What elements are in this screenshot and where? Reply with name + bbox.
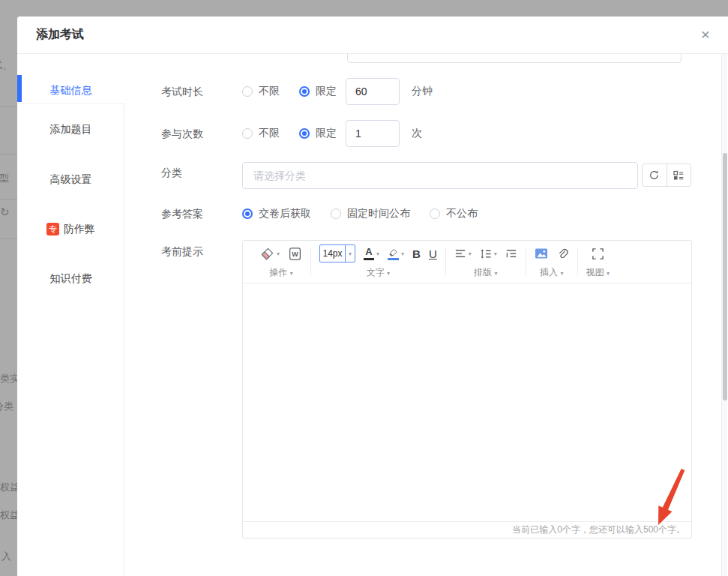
align-icon <box>454 248 466 259</box>
manage-category-button[interactable] <box>667 164 691 186</box>
duration-unlimited-radio[interactable] <box>242 86 253 97</box>
category-select[interactable] <box>242 162 638 189</box>
indent-button[interactable] <box>505 248 517 259</box>
answer-controls: 交卷后获取 固定时间公布 不公布 <box>242 206 478 221</box>
modal-header: 添加考试 × <box>17 16 728 54</box>
toolbar-layout-label[interactable]: 排版 ▾ <box>474 266 497 279</box>
sidebar-item-basic-info[interactable]: 基础信息 <box>17 82 124 98</box>
duration-controls: 不限 限定 分钟 <box>242 78 433 105</box>
editor-toolbar: ▾ W 操作 ▾ <box>243 241 691 284</box>
chevron-down-icon: ▾ <box>560 270 563 277</box>
answer-fixed-time-radio[interactable] <box>331 208 341 219</box>
word-doc-icon: W <box>288 247 302 261</box>
premium-badge: 专 <box>46 223 59 236</box>
sidebar-item-advanced-settings[interactable]: 高级设置 <box>17 172 124 187</box>
toolbar-group-view: 视图 ▾ <box>578 241 618 283</box>
background-text-fragment: 类型 <box>0 172 9 185</box>
background-divider <box>0 199 17 200</box>
link-icon <box>556 248 569 260</box>
answer-label: 参考答案 <box>161 206 203 221</box>
category-label: 分类 <box>161 165 182 180</box>
tips-label: 考前提示 <box>161 244 203 259</box>
modal-title: 添加考试 <box>36 27 84 43</box>
answer-after-submit-label[interactable]: 交卷后获取 <box>259 207 311 220</box>
chevron-down-icon: ▾ <box>469 250 472 257</box>
sidebar-item-add-questions[interactable]: 添加题目 <box>17 122 124 136</box>
chevron-down-icon: ▾ <box>494 250 497 257</box>
category-button-group <box>642 164 691 187</box>
modal-sidebar: 基础信息 添加题目 高级设置 专 防作弊 知识付费 <box>17 54 124 576</box>
toolbar-group-insert: 插入 ▾ <box>526 241 577 283</box>
chevron-down-icon: ▾ <box>401 250 404 257</box>
refresh-category-button[interactable] <box>643 164 667 186</box>
attempts-controls: 不限 限定 次 <box>242 120 422 147</box>
toolbar-view-label[interactable]: 视图 ▾ <box>586 266 610 279</box>
scrollbar-thumb[interactable] <box>723 153 727 400</box>
answer-after-submit-radio[interactable] <box>242 208 253 219</box>
background-divider <box>0 106 17 107</box>
fullscreen-button[interactable] <box>592 248 604 260</box>
clear-format-button[interactable]: ▾ <box>260 247 280 261</box>
attempts-unlimited-label[interactable]: 不限 <box>259 127 280 140</box>
line-height-button[interactable]: ▾ <box>480 248 497 260</box>
attempts-limited-label[interactable]: 限定 <box>316 127 337 140</box>
insert-image-button[interactable] <box>535 248 548 260</box>
background-text-fragment: 分类 <box>0 400 13 413</box>
sidebar-item-paid-knowledge[interactable]: 知识付费 <box>17 271 124 286</box>
attempts-value-input[interactable] <box>346 120 400 147</box>
highlight-color-button[interactable]: ▾ <box>388 248 404 260</box>
font-size-value: 14px <box>320 245 345 262</box>
attempts-unit: 次 <box>412 127 422 140</box>
image-icon <box>535 248 548 260</box>
font-color-button[interactable]: A ▾ <box>364 248 379 260</box>
font-size-select[interactable]: 14px ▾ <box>319 244 355 262</box>
attempts-unlimited-radio[interactable] <box>242 128 253 139</box>
duration-unlimited-label[interactable]: 不限 <box>259 85 280 98</box>
chevron-down-icon: ▾ <box>376 250 379 257</box>
editor-char-count: 当前已输入0个字，您还可以输入500个字。 <box>243 521 691 538</box>
toolbar-insert-label[interactable]: 插入 ▾ <box>540 266 563 279</box>
toolbar-group-layout: ▾ ▾ <box>446 241 526 283</box>
duration-limited-radio[interactable] <box>299 86 310 97</box>
chevron-down-icon: ▾ <box>349 250 352 257</box>
modal-scrollbar[interactable] <box>721 54 727 576</box>
line-height-icon <box>480 248 492 260</box>
sidebar-item-anti-cheating[interactable]: 专 防作弊 <box>17 221 124 236</box>
duration-value-input[interactable] <box>346 78 400 105</box>
chevron-down-icon: ▾ <box>290 270 293 277</box>
answer-not-public-label[interactable]: 不公布 <box>446 207 478 220</box>
rich-text-editor: ▾ W 操作 ▾ <box>242 240 692 538</box>
fullscreen-icon <box>592 248 604 260</box>
duration-limited-label[interactable]: 限定 <box>316 85 337 98</box>
chevron-down-icon: ▾ <box>607 270 610 277</box>
toolbar-operate-label[interactable]: 操作 ▾ <box>269 266 292 279</box>
underline-button[interactable]: U <box>429 248 437 260</box>
refresh-icon <box>649 170 660 181</box>
highlight-icon <box>388 248 399 260</box>
insert-link-button[interactable] <box>556 248 569 260</box>
svg-text:W: W <box>292 250 298 257</box>
background-refresh-icon: ↻ <box>0 206 10 219</box>
duration-unit: 分钟 <box>412 85 433 98</box>
word-import-button[interactable]: W <box>288 247 302 261</box>
font-color-icon: A <box>364 248 374 260</box>
duration-label: 考试时长 <box>161 84 203 99</box>
bold-button[interactable]: B <box>412 248 421 260</box>
answer-not-public-radio[interactable] <box>430 208 440 219</box>
chevron-down-icon: ▾ <box>387 270 390 277</box>
toolbar-text-label[interactable]: 文字 ▾ <box>367 266 390 279</box>
background-text-fragment: 试、 <box>0 58 12 72</box>
attempts-limited-radio[interactable] <box>299 128 310 139</box>
answer-fixed-time-label[interactable]: 固定时间公布 <box>347 207 410 220</box>
background-divider <box>0 154 17 154</box>
chevron-down-icon: ▾ <box>494 270 497 277</box>
editor-content-area[interactable] <box>243 284 691 521</box>
eraser-icon <box>260 247 274 261</box>
close-icon[interactable]: × <box>695 24 716 45</box>
sidebar-item-label: 防作弊 <box>64 221 95 236</box>
screen: 试、 类型 ↻ 类实 分类 权益 权益 入 添加考试 × 基础信息 添加题目 高… <box>0 0 728 576</box>
toolbar-group-text: 14px ▾ A ▾ <box>311 241 445 283</box>
add-exam-modal: 添加考试 × 基础信息 添加题目 高级设置 专 防作弊 知识付费 考试时长 不限… <box>17 16 728 576</box>
background-text-fragment: 入 <box>1 550 11 563</box>
align-button[interactable]: ▾ <box>454 248 472 259</box>
